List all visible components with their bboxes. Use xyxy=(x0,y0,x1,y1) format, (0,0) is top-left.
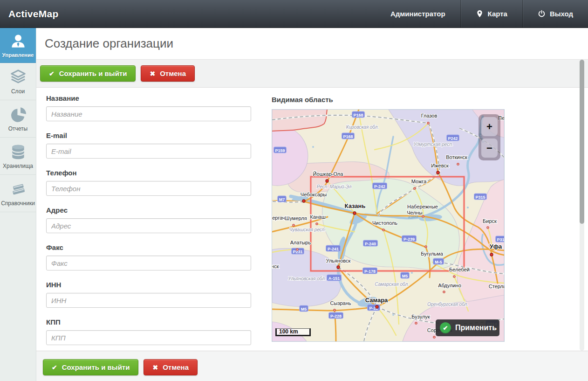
svg-text:М5: М5 xyxy=(402,274,408,278)
svg-text:М5: М5 xyxy=(301,307,307,312)
phone-input[interactable] xyxy=(46,181,251,196)
zoom-in-button[interactable]: + xyxy=(481,117,498,136)
city-dot xyxy=(437,171,439,174)
map-canvas[interactable]: КамаКама Р168Р168Р159Р242Р-242М7Р315Р231… xyxy=(272,110,504,341)
sidebar-item-layers[interactable]: Слои xyxy=(0,63,36,100)
city-dot xyxy=(490,253,493,256)
content-scrollbar-thumb[interactable] xyxy=(580,60,584,224)
save-and-exit-button[interactable]: ✔ Сохранить и выйти xyxy=(40,65,136,82)
region-label: Кировская обл. xyxy=(346,125,379,130)
city-dot xyxy=(326,180,328,182)
city-label: Бугульма xyxy=(421,251,443,256)
page-header: Создание организации xyxy=(36,28,588,60)
check-icon: ✔ xyxy=(49,70,55,77)
svg-text:Р315: Р315 xyxy=(475,195,485,200)
map-link-label: Карта xyxy=(488,10,507,18)
user-menu[interactable]: Администратор xyxy=(376,0,460,28)
map-city: нск xyxy=(272,263,279,269)
city-label: Уфа xyxy=(490,243,502,250)
city-dot xyxy=(425,246,427,248)
kpp-label: КПП xyxy=(46,318,251,326)
main-area: Создание организации ✔ Сохранить и выйти… xyxy=(36,28,588,381)
save-button-label: Сохранить и выйти xyxy=(62,363,130,371)
field-kpp: КПП xyxy=(46,318,251,345)
content-scrollbar-track[interactable] xyxy=(580,60,584,351)
sidebar-item-directories[interactable]: Справочники xyxy=(0,175,36,212)
organization-form: Название E-mail Телефон Адрес Факс ИНН xyxy=(46,94,251,355)
power-icon xyxy=(538,10,546,18)
map-widget[interactable]: КамаКама Р168Р168Р159Р242Р-242М7Р315Р231… xyxy=(272,109,505,342)
road-shield: А-151 xyxy=(327,275,342,281)
city-label: Алатырь xyxy=(290,240,311,245)
city-label: Йошкар-Ола xyxy=(313,171,344,177)
svg-text:М-5: М-5 xyxy=(435,260,442,264)
sidebar-item-label: Слои xyxy=(0,88,36,95)
svg-text:М7: М7 xyxy=(279,197,285,202)
svg-text:Р-240: Р-240 xyxy=(365,242,376,246)
road-shield: Р-178 xyxy=(363,268,377,274)
visible-area-panel: Видимая область xyxy=(272,88,505,342)
save-button-label: Сохранить и выйти xyxy=(59,69,127,77)
city-label: Шумерля xyxy=(285,215,307,221)
email-input[interactable] xyxy=(46,144,251,159)
map-city: Набережные xyxy=(407,204,438,209)
map-link[interactable]: Карта xyxy=(461,0,522,28)
check-icon: ✔ xyxy=(52,364,57,371)
road-shield: М-5 xyxy=(433,258,444,264)
region-label: Ульяновская обл. xyxy=(287,276,326,281)
city-label: Бирск xyxy=(483,218,497,224)
road-shield: Р315 xyxy=(474,194,487,200)
cancel-button[interactable]: ✖ Отмена xyxy=(141,65,195,82)
city-dot xyxy=(453,276,455,277)
field-name: Название xyxy=(46,94,251,121)
svg-text:А-151: А-151 xyxy=(328,276,340,281)
cancel-button-bottom[interactable]: ✖ Отмена xyxy=(144,359,198,375)
city-label: Глазов xyxy=(421,113,438,118)
fax-input[interactable] xyxy=(46,256,251,270)
address-input[interactable] xyxy=(46,218,251,233)
city-label: Казань xyxy=(345,202,366,209)
inn-input[interactable] xyxy=(46,293,251,308)
city-dot xyxy=(414,187,416,189)
city-dot xyxy=(422,215,424,217)
x-icon: ✖ xyxy=(152,364,158,371)
region-label: Удмуртская респ. xyxy=(413,142,453,147)
city-label: Белебей xyxy=(449,267,470,272)
app-logo: ActiveMap xyxy=(8,8,59,20)
fax-label: Факс xyxy=(46,243,251,251)
road-shield: Р315 xyxy=(496,236,504,242)
svg-text:Р-178: Р-178 xyxy=(364,269,376,274)
name-input[interactable] xyxy=(46,106,251,121)
save-and-exit-button-bottom[interactable]: ✔ Сохранить и выйти xyxy=(43,359,138,375)
kpp-input[interactable] xyxy=(46,330,251,345)
database-icon xyxy=(8,143,28,162)
name-label: Название xyxy=(46,94,251,102)
email-label: E-mail xyxy=(46,132,251,139)
city-dot xyxy=(334,309,335,311)
city-label: Сызрань xyxy=(330,300,351,306)
sidebar-item-label: Отчеты xyxy=(0,125,36,132)
sidebar-item-reports[interactable]: Отчеты xyxy=(0,100,36,138)
road-shield: Р-239 xyxy=(402,236,417,242)
city-label: Чебоксары xyxy=(301,192,327,197)
zoom-out-button[interactable]: − xyxy=(481,139,498,158)
road-shield: Р-242 xyxy=(373,183,387,189)
map-zoom-control: + − xyxy=(479,114,500,160)
svg-text:Р-239: Р-239 xyxy=(403,237,415,242)
logout-button[interactable]: Выход xyxy=(523,0,588,28)
road-shield: Р168 xyxy=(342,133,355,139)
city-dot xyxy=(337,266,340,269)
apply-button[interactable]: ✔ Применить xyxy=(436,319,499,336)
city-dot xyxy=(383,229,384,231)
road-shield: М5 xyxy=(401,272,409,278)
sidebar-item-management[interactable]: Управление xyxy=(0,28,36,63)
city-dot xyxy=(302,200,305,202)
city-dot xyxy=(443,291,445,293)
city-label: Можга xyxy=(411,179,427,184)
city-dot xyxy=(296,249,298,250)
city-dot xyxy=(433,336,435,338)
sidebar-item-storages[interactable]: Хранилища xyxy=(0,138,36,175)
city-label: Бузулук xyxy=(411,314,430,319)
region-label: Респ. Марий-Эл xyxy=(317,184,352,189)
sidebar-item-label: Управление xyxy=(0,52,36,58)
